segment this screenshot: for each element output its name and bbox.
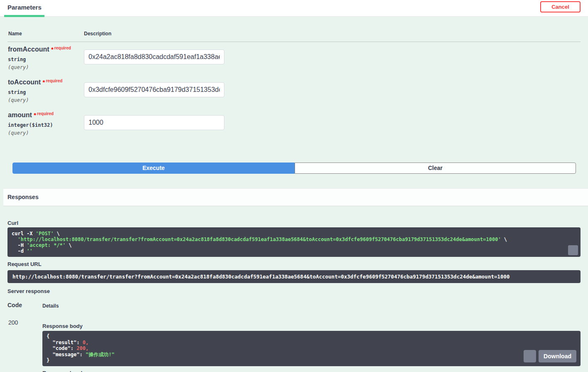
parameters-header-bar: Parameters Cancel bbox=[0, 0, 588, 17]
param-name-line: toAccount *required bbox=[8, 79, 83, 86]
curl-string: 'POST' bbox=[36, 231, 54, 237]
param-fromaccount-meta: fromAccount *required string (query) bbox=[8, 46, 83, 70]
clipboard-icon bbox=[558, 241, 581, 257]
param-name-line: amount *required bbox=[8, 111, 83, 119]
cancel-button[interactable]: Cancel bbox=[540, 1, 581, 12]
amount-input[interactable] bbox=[84, 115, 224, 130]
tab-parameters[interactable]: Parameters bbox=[7, 4, 42, 11]
json-text: "message": bbox=[47, 352, 86, 357]
response-body-label: Response body bbox=[42, 323, 83, 329]
required-label: required bbox=[37, 111, 54, 116]
json-text: { "result": bbox=[47, 333, 83, 345]
param-amount-meta: amount *required integer($int32) (query) bbox=[8, 111, 83, 136]
param-toaccount-meta: toAccount *required string (query) bbox=[8, 79, 83, 103]
swagger-operation-panel: Parameters Cancel Name Description fromA… bbox=[0, 0, 588, 372]
response-headers-label: Response headers bbox=[42, 370, 91, 372]
curl-label: Curl bbox=[7, 220, 18, 226]
responses-section-header: Responses bbox=[3, 188, 588, 206]
response-status-code: 200 bbox=[8, 319, 18, 326]
name-column-header: Name bbox=[8, 31, 22, 37]
json-number: 0, bbox=[83, 340, 89, 345]
json-number: 200, bbox=[76, 345, 89, 351]
response-body-block: { "result": 0, "code": 200, "message": "… bbox=[42, 331, 581, 366]
required-star: * bbox=[43, 79, 45, 86]
responses-title: Responses bbox=[7, 194, 39, 200]
json-text: "code": bbox=[47, 345, 76, 351]
copy-to-clipboard-button[interactable] bbox=[568, 245, 578, 255]
json-text: } bbox=[47, 357, 49, 363]
curl-string: '' bbox=[27, 248, 32, 254]
required-star: * bbox=[51, 46, 54, 53]
required-star: * bbox=[34, 111, 36, 118]
param-name: toAccount bbox=[8, 79, 41, 86]
param-location: (query) bbox=[8, 97, 83, 103]
param-name: amount bbox=[8, 111, 32, 118]
param-location: (query) bbox=[8, 64, 83, 70]
required-label: required bbox=[54, 46, 71, 50]
fromaccount-input[interactable] bbox=[84, 49, 224, 64]
clear-button[interactable]: Clear bbox=[295, 163, 576, 174]
curl-command-block: curl -X 'POST' \ 'http://localhost:8080/… bbox=[7, 227, 581, 257]
param-type: string bbox=[8, 89, 83, 95]
request-url-block: http://localhost:8080/transfer/transfer?… bbox=[7, 270, 581, 283]
request-url-label: Request URL bbox=[7, 261, 42, 267]
param-name: fromAccount bbox=[8, 46, 49, 53]
param-location: (query) bbox=[8, 130, 83, 136]
json-string: "操作成功!" bbox=[86, 352, 115, 357]
description-column-header: Description bbox=[84, 31, 111, 37]
param-name-line: fromAccount *required bbox=[8, 46, 83, 53]
download-button[interactable]: Download bbox=[539, 350, 576, 362]
server-response-label: Server response bbox=[7, 288, 50, 294]
curl-text: curl -X bbox=[12, 231, 36, 237]
param-type: integer($int32) bbox=[8, 122, 83, 128]
code-column-header: Code bbox=[7, 302, 22, 308]
response-body-actions: Download bbox=[524, 350, 576, 362]
curl-string: 'accept: */*' bbox=[27, 242, 66, 248]
execute-button[interactable]: Execute bbox=[12, 163, 295, 174]
required-label: required bbox=[46, 79, 62, 83]
curl-url-string: 'http://localhost:8080/transfer/transfer… bbox=[17, 237, 501, 242]
details-column-header: Details bbox=[42, 303, 59, 309]
toaccount-input[interactable] bbox=[84, 82, 224, 97]
parameters-divider bbox=[7, 42, 581, 42]
copy-to-clipboard-button[interactable] bbox=[524, 350, 536, 362]
param-type: string bbox=[8, 57, 83, 62]
active-tab-indicator bbox=[4, 15, 44, 17]
